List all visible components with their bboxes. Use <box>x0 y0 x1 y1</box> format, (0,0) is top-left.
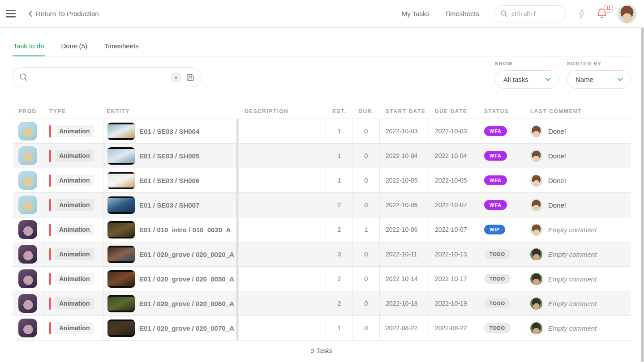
entity-link[interactable]: E01 / 020_grove / 020_0020_A <box>139 251 234 258</box>
entity-link[interactable]: E01 / 010_intro / 010_0020_A <box>139 226 231 234</box>
task-filter-search[interactable]: x <box>13 67 202 87</box>
shot-thumbnail[interactable] <box>107 246 135 263</box>
tab-timesheets[interactable]: Timesheets <box>103 40 140 56</box>
entity-link[interactable]: E01 / 020_grove / 020_0050_A <box>139 275 234 283</box>
clear-x-icon[interactable]: x <box>171 72 181 83</box>
table-row[interactable]: Animation E01 / 020_grove / 020_0020_A 3… <box>13 242 631 266</box>
due-date-cell: 2022-08-22 <box>429 316 478 340</box>
vertical-scrollbar[interactable] <box>641 28 644 362</box>
entity-link[interactable]: E01 / SE03 / SH004 <box>139 128 199 135</box>
quick-action-button[interactable] <box>577 9 587 19</box>
table-row[interactable]: Animation E01 / 020_grove / 020_0070_A 1… <box>13 315 631 340</box>
task-type-color-bar <box>49 248 51 260</box>
status-badge: TODO <box>484 249 511 259</box>
entity-link[interactable]: E01 / SE03 / SH006 <box>139 177 199 184</box>
scrollbar-thumb[interactable] <box>641 28 644 362</box>
column-header-description: DESCRIPTION <box>236 108 326 115</box>
estimation-cell: 2 <box>326 291 353 315</box>
column-header-due-date: DUE DATE <box>429 108 478 115</box>
shot-thumbnail[interactable] <box>107 123 135 140</box>
shot-thumbnail[interactable] <box>107 196 135 214</box>
table-row[interactable]: Animation E01 / SE03 / SH007 2 0 2022-10… <box>13 192 631 217</box>
table-row[interactable]: Animation E01 / SE03 / SH005 1 0 2022-10… <box>13 143 631 168</box>
sorted-by-select-value: Name <box>575 76 593 83</box>
last-comment-text: Empty comment <box>548 275 597 283</box>
search-icon <box>500 10 508 17</box>
user-avatar[interactable] <box>617 4 637 24</box>
shot-thumbnail[interactable] <box>107 270 135 288</box>
global-search[interactable] <box>494 5 566 22</box>
table-row[interactable]: Animation E01 / 020_grove / 020_0050_A 2… <box>13 266 631 291</box>
task-filter-input[interactable] <box>32 74 166 81</box>
table-row[interactable]: Animation E01 / SE03 / SH004 1 0 2022-10… <box>13 119 631 143</box>
duration-cell: 0 <box>353 168 380 192</box>
menu-icon[interactable] <box>6 10 16 17</box>
entity-link[interactable]: E01 / SE03 / SH005 <box>139 152 199 160</box>
task-type-color-bar <box>49 150 51 162</box>
column-header-start-date: START DATE <box>380 108 429 115</box>
production-thumbnail[interactable] <box>18 220 37 239</box>
task-type-label: Animation <box>55 298 94 309</box>
show-select[interactable]: All tasks <box>495 70 559 89</box>
due-date-cell: 2022-10-19 <box>429 291 478 315</box>
shot-thumbnail[interactable] <box>107 319 135 337</box>
due-date-cell: 2022-10-07 <box>429 217 478 242</box>
shot-thumbnail[interactable] <box>107 172 135 189</box>
column-header-est: EST. <box>326 108 353 115</box>
chevron-left-icon <box>28 10 33 17</box>
nav-my-tasks[interactable]: My Tasks <box>402 10 429 17</box>
production-thumbnail[interactable] <box>18 245 37 264</box>
task-type-label: Animation <box>55 248 94 260</box>
global-search-input[interactable] <box>511 10 556 17</box>
description-cell <box>236 267 326 291</box>
duration-cell: 0 <box>353 193 380 217</box>
status-badge: WFA <box>484 175 507 185</box>
entity-link[interactable]: E01 / SE03 / SH007 <box>139 201 199 209</box>
description-cell <box>236 119 326 143</box>
last-comment-text: Empty comment <box>548 226 597 234</box>
description-cell <box>236 316 326 340</box>
production-thumbnail[interactable] <box>18 319 37 337</box>
shot-thumbnail-image <box>107 272 135 286</box>
shot-thumbnail[interactable] <box>107 221 135 238</box>
estimation-cell: 2 <box>326 267 353 291</box>
task-type-color-bar <box>49 199 51 211</box>
save-search-button[interactable] <box>186 73 195 82</box>
entity-link[interactable]: E01 / 020_grove / 020_0070_A <box>139 324 234 332</box>
column-header-last-comment: LAST COMMENT <box>523 108 631 115</box>
production-thumbnail[interactable] <box>18 269 37 288</box>
task-type-color-bar <box>49 273 51 285</box>
task-type-label: Animation <box>55 199 94 211</box>
production-thumbnail[interactable] <box>18 294 37 313</box>
back-to-production-link[interactable]: Return To Production <box>28 10 99 17</box>
last-comment-text: Done! <box>548 128 566 135</box>
last-comment-text: Empty comment <box>548 324 597 332</box>
table-body: Animation E01 / SE03 / SH004 1 0 2022-10… <box>13 119 631 340</box>
status-badge: WIP <box>484 225 505 234</box>
table-row[interactable]: Animation E01 / 010_intro / 010_0020_A 2… <box>13 217 631 242</box>
commenter-avatar <box>530 322 542 334</box>
shot-thumbnail[interactable] <box>107 147 135 165</box>
production-thumbnail[interactable] <box>18 171 37 190</box>
table-row[interactable]: Animation E01 / SE03 / SH006 1 0 2022-10… <box>13 168 631 192</box>
due-date-cell: 2022-10-17 <box>429 267 478 291</box>
tab-task-to-do[interactable]: Task to do <box>13 40 45 56</box>
table-row[interactable]: Animation E01 / 020_grove / 020_0060_A 2… <box>13 291 631 315</box>
shot-thumbnail[interactable] <box>107 295 135 312</box>
nav-timesheets[interactable]: Timesheets <box>445 10 479 17</box>
sort-filter-group: SORTED BY Name <box>567 61 631 89</box>
production-thumbnail[interactable] <box>18 122 37 141</box>
column-header-dur: DUR. <box>353 108 380 115</box>
notifications-button[interactable]: 11 <box>597 8 607 20</box>
description-cell <box>236 291 326 315</box>
description-cell <box>236 217 326 242</box>
task-type-color-bar <box>49 322 51 334</box>
sorted-by-select[interactable]: Name <box>567 70 631 89</box>
entity-link[interactable]: E01 / 020_grove / 020_0060_A <box>139 300 234 307</box>
production-thumbnail[interactable] <box>18 146 37 165</box>
duration-cell: 0 <box>353 144 380 168</box>
status-badge: TODO <box>484 298 511 308</box>
production-thumbnail[interactable] <box>18 196 37 214</box>
shot-thumbnail-image <box>107 297 135 311</box>
tab-done[interactable]: Done (5) <box>60 40 88 56</box>
